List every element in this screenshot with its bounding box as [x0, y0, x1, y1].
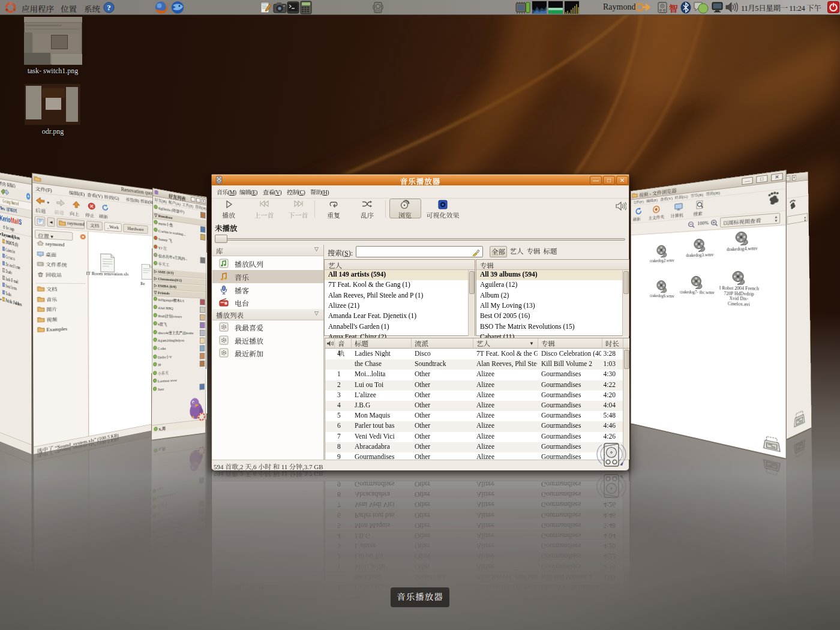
svg-text:?: ? [107, 3, 111, 12]
